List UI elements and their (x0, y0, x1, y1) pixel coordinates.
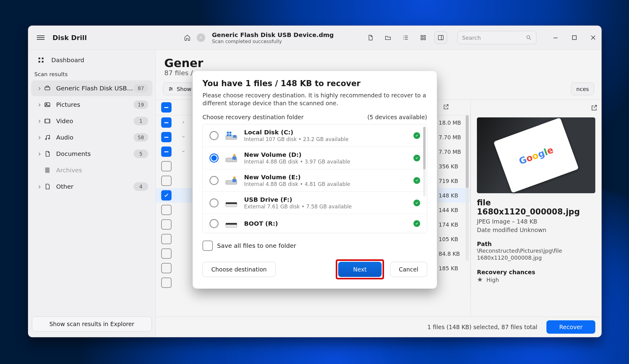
svg-rect-25 (233, 177, 235, 179)
category-icon (44, 134, 51, 141)
grid-view-icon[interactable] (417, 31, 430, 44)
destination-radio[interactable] (209, 219, 219, 228)
app-window: Disk Drill Generic Flash Disk USB Device… (28, 25, 602, 337)
chevron-right-icon (37, 102, 42, 107)
svg-rect-4 (42, 58, 44, 59)
chevron-down-icon[interactable] (181, 135, 185, 140)
scan-complete-icon (197, 33, 205, 42)
sidebar-item[interactable]: Archives (31, 162, 152, 178)
maximize-icon[interactable] (571, 34, 578, 41)
recover-dialog: You have 1 files / 148 KB to recover Ple… (192, 71, 437, 289)
destination-radio[interactable] (209, 198, 219, 207)
row-checkbox[interactable] (161, 248, 172, 259)
save-all-toggle[interactable]: Save all files to one folder (202, 241, 427, 251)
close-icon[interactable] (590, 34, 597, 41)
preview-chances-label: Recovery chances (477, 269, 595, 275)
destination-scrollbar[interactable] (423, 127, 426, 197)
destination-item[interactable]: BOOT (R:) (203, 214, 427, 233)
app-title: Disk Drill (53, 34, 87, 42)
scan-results-section: Scan results (28, 68, 155, 80)
svg-rect-21 (233, 156, 236, 160)
category-icon (44, 183, 51, 190)
search-input[interactable]: Search (457, 31, 536, 44)
destination-item[interactable]: Local Disk (C:)Internal 107 GB disk • 23… (203, 124, 427, 147)
page-title: Gener (164, 56, 593, 70)
list-view-icon[interactable] (399, 31, 412, 44)
grid-icon (37, 56, 45, 64)
chevron-right-icon[interactable] (181, 120, 185, 125)
home-icon[interactable] (181, 31, 194, 44)
destination-item[interactable]: USB Drive (F:)External 7.61 GB disk • 7.… (203, 192, 427, 214)
filter-button[interactable]: Show (163, 83, 197, 95)
row-checkbox[interactable] (161, 132, 172, 142)
sidebar-item[interactable]: Documents5 (31, 146, 152, 162)
row-checkbox[interactable] (161, 219, 172, 230)
svg-rect-6 (42, 61, 44, 63)
svg-rect-29 (226, 223, 237, 225)
recover-button[interactable]: Recover (546, 320, 595, 334)
row-checkbox[interactable] (161, 278, 172, 288)
status-ok-icon (413, 132, 420, 139)
search-placeholder: Search (462, 35, 481, 41)
save-all-checkbox[interactable] (202, 241, 213, 251)
expand-icon[interactable] (590, 104, 598, 111)
results-scrollbar[interactable] (466, 115, 469, 261)
category-icon (44, 101, 51, 108)
svg-rect-7 (45, 87, 50, 90)
destination-details: Internal 4.88 GB disk • 4.81 GB availabl… (244, 181, 350, 187)
chevron-down-icon[interactable] (181, 149, 185, 154)
svg-rect-0 (438, 35, 444, 40)
dest-count: (5 devices available) (367, 114, 427, 120)
row-checkbox[interactable] (161, 205, 172, 215)
chances-button[interactable]: nces (571, 83, 594, 95)
next-button[interactable]: Next (338, 262, 381, 277)
open-in-explorer-label: Show scan results in Explorer (49, 321, 134, 327)
recover-label: Recover (559, 324, 583, 330)
choose-destination-button[interactable]: Choose destination (202, 262, 276, 277)
svg-rect-5 (39, 61, 40, 63)
destination-radio[interactable] (209, 176, 219, 185)
row-checkbox[interactable] (161, 117, 172, 128)
choose-destination-label: Choose destination (211, 266, 267, 273)
sidebar-item[interactable]: Other4 (31, 179, 152, 194)
destination-radio[interactable] (209, 131, 219, 140)
svg-point-1 (527, 35, 530, 39)
destination-radio[interactable] (209, 153, 219, 163)
preview-panel: Google file 1680x1120_000008.jpg JPEG Im… (471, 100, 601, 317)
count-badge: 19 (134, 100, 148, 109)
open-in-explorer-button[interactable]: Show scan results in Explorer (32, 316, 152, 332)
dashboard-label: Dashboard (51, 56, 84, 64)
row-checkbox[interactable] (161, 190, 172, 201)
sidebar-item[interactable]: Video1 (31, 113, 152, 129)
new-file-icon[interactable] (364, 31, 377, 44)
category-icon (44, 150, 51, 157)
selection-status: 1 files (148 KB) selected, 87 files tota… (427, 324, 537, 330)
row-checkbox[interactable] (161, 234, 172, 244)
svg-point-9 (46, 103, 47, 105)
sidebar-item[interactable]: Generic Flash Disk USB D...87 (31, 80, 152, 96)
category-label: Archives (56, 167, 148, 174)
row-checkbox[interactable] (161, 176, 172, 186)
row-checkbox[interactable] (161, 161, 172, 171)
row-checkbox[interactable] (161, 147, 172, 157)
filter-label: Show (177, 86, 192, 92)
category-label: Video (56, 117, 134, 125)
folder-icon[interactable] (382, 31, 394, 44)
save-all-label: Save all files to one folder (217, 242, 296, 249)
select-all-checkbox[interactable] (161, 102, 172, 113)
status-ok-icon (413, 200, 420, 206)
destination-item[interactable]: New Volume (D:)Internal 4.88 GB disk • 3… (203, 147, 427, 169)
sidebar-item[interactable]: Pictures19 (31, 97, 152, 113)
preview-modified: Date modified Unknown (477, 227, 595, 233)
menu-icon[interactable] (31, 31, 50, 44)
sidebar-item[interactable]: Audio58 (31, 130, 152, 145)
panel-toggle-icon[interactable] (434, 31, 447, 44)
cancel-button[interactable]: Cancel (390, 262, 427, 277)
destination-item[interactable]: New Volume (E:)Internal 4.88 GB disk • 4… (203, 169, 427, 192)
row-checkbox[interactable] (161, 263, 172, 273)
status-ok-icon (413, 155, 420, 161)
count-badge: 5 (134, 150, 148, 158)
source-name: Generic Flash Disk USB Device.dmg (212, 31, 334, 39)
minimize-icon[interactable] (552, 34, 559, 41)
dashboard-link[interactable]: Dashboard (28, 52, 155, 68)
